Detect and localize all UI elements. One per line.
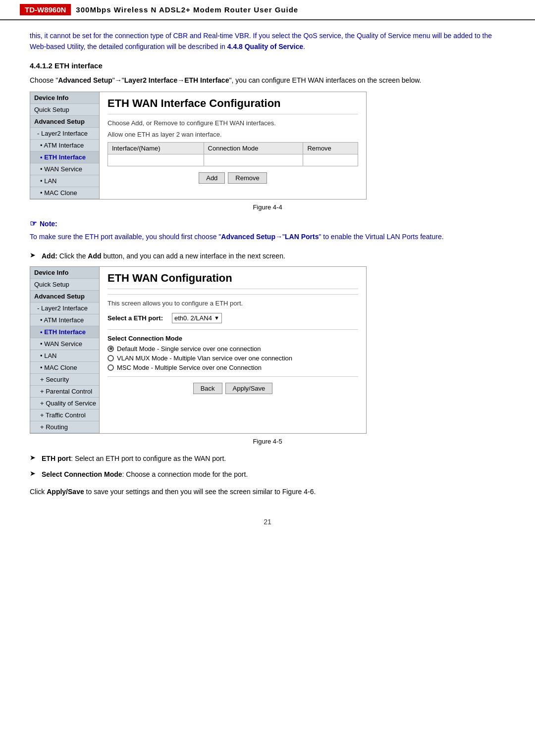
radio-vlan-label: VLAN MUX Mode - Multiple Vlan service ov… — [117, 354, 292, 362]
sidebar-2: Device Info Quick Setup Advanced Setup -… — [30, 267, 100, 433]
radio-vlan-icon — [107, 355, 114, 361]
sidebar-1: Device Info Quick Setup Advanced Setup -… — [30, 92, 100, 199]
divider-2 — [107, 329, 358, 330]
sidebar-item-wan-service[interactable]: • WAN Service — [30, 163, 99, 175]
sidebar2-advanced-setup[interactable]: Advanced Setup — [30, 291, 99, 302]
note-box: ☞ Note: To make sure the ETH port availa… — [30, 219, 505, 242]
page-number: 21 — [30, 518, 505, 526]
divider-3 — [107, 376, 358, 377]
btn-row-1: Add Remove — [107, 172, 358, 184]
eth-port-row: Select a ETH port: eth0. 2/LAN4 ▼ — [107, 313, 358, 323]
remove-button-1[interactable]: Remove — [228, 172, 267, 184]
figure-4-4-label: Figure 4-4 — [30, 203, 505, 211]
bullet-add: ➤ Add: Click the Add button, and you can… — [30, 251, 505, 261]
intro-paragraph: this, it cannot be set for the connectio… — [30, 30, 505, 52]
note-label: Note: — [40, 220, 57, 228]
panel-desc-1: Choose Add, or Remove to configure ETH W… — [107, 119, 358, 127]
radio-default-icon — [107, 346, 114, 352]
sidebar-item-device-info[interactable]: Device Info — [30, 92, 99, 104]
router-panel-2: Device Info Quick Setup Advanced Setup -… — [30, 266, 367, 434]
sidebar2-quick-setup[interactable]: Quick Setup — [30, 279, 99, 291]
bullet-arrow-1: ➤ — [30, 251, 38, 259]
panel-title-2: ETH WAN Configuration — [107, 272, 358, 289]
add-button-1[interactable]: Add — [199, 172, 225, 184]
instruction-text-1: Choose "Advanced Setup"→"Layer2 Interfac… — [30, 75, 505, 86]
page-header: TD-W8960N 300Mbps Wireless N ADSL2+ Mode… — [0, 0, 535, 20]
sidebar-item-quick-setup[interactable]: Quick Setup — [30, 104, 99, 116]
empty-row — [108, 154, 358, 166]
intro-link: 4.4.8 Quality of Service — [227, 43, 303, 50]
note-text: To make sure the ETH port available, you… — [30, 231, 505, 242]
sidebar2-layer2[interactable]: - Layer2 Interface — [30, 302, 99, 314]
eth-port-label: Select a ETH port: — [107, 314, 172, 322]
radio-row-vlan[interactable]: VLAN MUX Mode - Multiple Vlan service ov… — [107, 354, 358, 362]
note-heading: ☞ Note: — [30, 219, 505, 228]
back-button[interactable]: Back — [193, 383, 222, 394]
model-badge: TD-W8960N — [20, 4, 71, 15]
radio-row-msc[interactable]: MSC Mode - Multiple Service over one Con… — [107, 364, 358, 371]
radio-default-label: Default Mode - Single service over one c… — [117, 345, 261, 353]
divider-1 — [107, 294, 358, 295]
note-icon: ☞ — [30, 219, 37, 228]
bullet-text-eth-port: ETH port: Select an ETH port to configur… — [42, 453, 226, 464]
sidebar2-wan-service[interactable]: • WAN Service — [30, 338, 99, 350]
sidebar-item-layer2[interactable]: - Layer2 Interface — [30, 128, 99, 140]
sidebar2-parental-control[interactable]: + Parental Control — [30, 386, 99, 398]
sidebar-item-mac-clone[interactable]: • MAC Clone — [30, 187, 99, 199]
cell-conn-mode — [204, 154, 303, 166]
sidebar2-qos[interactable]: + Quality of Service — [30, 398, 99, 409]
main-panel-1: ETH WAN Interface Configuration Choose A… — [100, 92, 366, 199]
conn-mode-section: Select Connection Mode Default Mode - Si… — [107, 335, 358, 371]
figure-4-5-label: Figure 4-5 — [30, 438, 505, 445]
bullet-arrow-3: ➤ — [30, 469, 38, 477]
eth-port-select[interactable]: eth0. 2/LAN4 ▼ — [172, 313, 222, 323]
sidebar2-routing[interactable]: + Routing — [30, 421, 99, 433]
panel-desc-2: Allow one ETH as layer 2 wan interface. — [107, 131, 358, 138]
sidebar-item-advanced-setup[interactable]: Advanced Setup — [30, 116, 99, 128]
panel-title-1: ETH WAN Interface Configuration — [107, 97, 358, 114]
col-remove: Remove — [303, 143, 358, 154]
bullet-eth-port: ➤ ETH port: Select an ETH port to config… — [30, 453, 505, 464]
sidebar2-lan[interactable]: • LAN — [30, 350, 99, 362]
bullet-text-conn-mode: Select Connection Mode: Choose a connect… — [42, 469, 248, 480]
sidebar2-security[interactable]: + Security — [30, 374, 99, 386]
intro-text-after: . — [303, 43, 305, 50]
bottom-text: Click Apply/Save to save your settings a… — [30, 486, 505, 498]
router-panel-1: Device Info Quick Setup Advanced Setup -… — [30, 92, 367, 200]
apply-save-button[interactable]: Apply/Save — [225, 383, 273, 394]
col-connection-mode: Connection Mode — [204, 143, 303, 154]
bullet-text-add: Add: Click the Add button, and you can a… — [42, 251, 285, 261]
sidebar2-mac-clone[interactable]: • MAC Clone — [30, 362, 99, 374]
sidebar-item-eth-interface[interactable]: • ETH Interface — [30, 151, 99, 163]
eth-port-value: eth0. 2/LAN4 — [174, 314, 212, 322]
col-interface: Interface/(Name) — [108, 143, 204, 154]
radio-msc-icon — [107, 364, 114, 371]
bullet-arrow-2: ➤ — [30, 454, 38, 461]
btn-row-2: Back Apply/Save — [107, 383, 358, 394]
main-panel-2: ETH WAN Configuration This screen allows… — [100, 267, 366, 433]
cell-interface — [108, 154, 204, 166]
bullet-conn-mode: ➤ Select Connection Mode: Choose a conne… — [30, 469, 505, 480]
eth-wan-table-wrapper: Interface/(Name) Connection Mode Remove — [107, 142, 358, 166]
page-title: 300Mbps Wireless N ADSL2+ Modem Router U… — [76, 5, 298, 14]
conn-mode-title: Select Connection Mode — [107, 335, 358, 342]
sidebar-item-lan[interactable]: • LAN — [30, 175, 99, 187]
cell-remove — [303, 154, 358, 166]
sidebar2-traffic-control[interactable]: + Traffic Control — [30, 409, 99, 421]
select-arrow-icon: ▼ — [214, 315, 219, 321]
radio-msc-label: MSC Mode - Multiple Service over one Con… — [117, 364, 262, 371]
sidebar-item-atm[interactable]: • ATM Interface — [30, 140, 99, 151]
radio-row-default[interactable]: Default Mode - Single service over one c… — [107, 345, 358, 353]
panel-desc-eth: This screen allows you to configure a ET… — [107, 300, 358, 307]
page-content: this, it cannot be set for the connectio… — [0, 25, 535, 546]
eth-wan-table: Interface/(Name) Connection Mode Remove — [107, 142, 358, 166]
sidebar2-device-info[interactable]: Device Info — [30, 267, 99, 279]
sidebar2-eth-interface[interactable]: • ETH Interface — [30, 326, 99, 338]
sidebar2-atm[interactable]: • ATM Interface — [30, 314, 99, 326]
section-heading-1: 4.4.1.2 ETH interface — [30, 61, 505, 70]
